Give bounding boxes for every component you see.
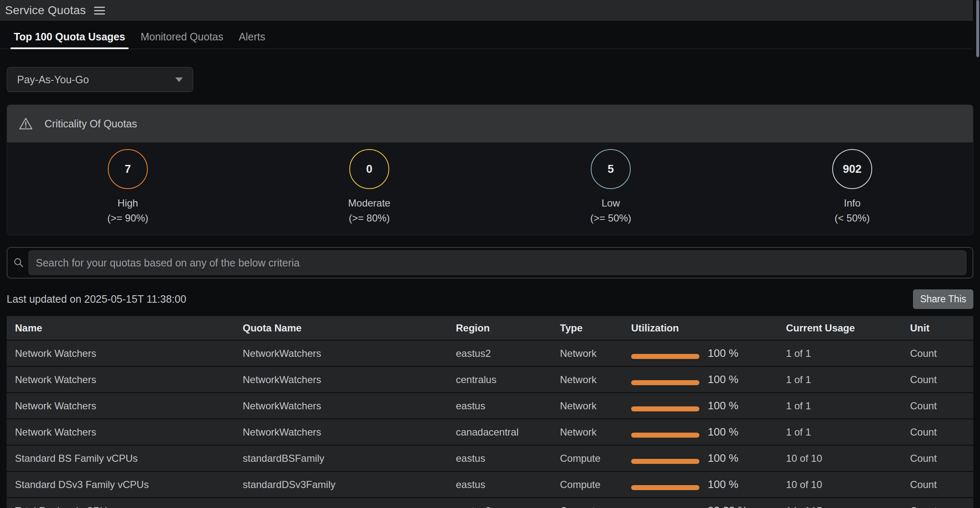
column-header-unit: Unit (910, 322, 973, 334)
cell-name: Network Watchers (15, 348, 243, 359)
cell-utilization: 93.33 % (631, 504, 786, 508)
criticality-label: Info (844, 196, 861, 211)
table-row[interactable]: Standard BS Family vCPUs standardBSFamil… (7, 446, 973, 471)
cell-unit: Count (910, 348, 973, 359)
criticality-item-moderate: 0 Moderate (>= 80%) (249, 149, 490, 235)
tab-monitored-quotas[interactable]: Monitored Quotas (141, 31, 224, 49)
share-this-button[interactable]: Share This (913, 289, 973, 309)
utilization-bar (631, 406, 699, 411)
utilization-bar-fill (631, 406, 699, 411)
search-icon (13, 257, 24, 268)
utilization-bar-fill (631, 459, 699, 464)
criticality-count-circle: 902 (832, 149, 872, 189)
cell-name: Network Watchers (15, 426, 243, 438)
criticality-item-low: 5 Low (>= 50%) (490, 149, 731, 235)
tab-bar: Top 100 Quota Usages Monitored Quotas Al… (0, 21, 973, 49)
cell-type: Compute (560, 505, 631, 508)
subscription-dropdown[interactable]: Pay-As-You-Go (7, 67, 193, 92)
page-title: Service Quotas (5, 4, 86, 17)
column-header-type: Type (560, 322, 631, 334)
column-header-name: Name (15, 322, 243, 334)
subscription-dropdown-value: Pay-As-You-Go (17, 74, 89, 86)
quota-search-input[interactable] (28, 250, 967, 275)
cell-current-usage: 14 of 15 (786, 505, 910, 508)
column-header-region: Region (456, 322, 560, 334)
criticality-threshold: (>= 90%) (107, 211, 149, 226)
cell-quota-name: NetworkWatchers (243, 374, 456, 386)
cell-utilization: 100 % (631, 452, 786, 465)
criticality-panel: Criticality Of Quotas 7 High (>= 90%) 0 … (7, 105, 973, 235)
vertical-scrollbar-thumb[interactable] (976, 0, 979, 57)
cell-region: canadacentral (456, 426, 560, 438)
table-row[interactable]: Network Watchers NetworkWatchers eastus2… (7, 341, 973, 366)
criticality-label: Moderate (348, 196, 390, 211)
cell-region: eastus (456, 479, 560, 491)
criticality-threshold: (< 50%) (835, 211, 870, 226)
cell-name: Standard BS Family vCPUs (15, 453, 243, 464)
cell-utilization: 100 % (631, 373, 786, 386)
column-header-utilization: Utilization (631, 322, 786, 334)
cell-unit: Count (910, 426, 973, 438)
cell-type: Network (560, 426, 631, 438)
criticality-panel-body: 7 High (>= 90%) 0 Moderate (>= 80%) 5 Lo… (7, 142, 973, 235)
table-row[interactable]: Network Watchers NetworkWatchers canadac… (7, 419, 973, 445)
table-row[interactable]: Total Regional vCPUs cores eastus2 Compu… (7, 498, 973, 508)
cell-quota-name: NetworkWatchers (243, 348, 456, 359)
utilization-bar-fill (631, 354, 699, 359)
utilization-value: 100 % (708, 373, 739, 386)
criticality-item-info: 902 Info (< 50%) (731, 149, 973, 235)
cell-region: eastus (456, 400, 560, 412)
table-header-row: Name Quota Name Region Type Utilization … (7, 316, 973, 340)
cell-utilization: 100 % (631, 399, 786, 412)
utilization-bar-fill (631, 380, 699, 385)
utilization-value: 100 % (708, 347, 739, 360)
cell-utilization: 100 % (631, 426, 786, 438)
cell-utilization: 100 % (631, 347, 786, 360)
utilization-value: 100 % (708, 399, 739, 412)
cell-quota-name: NetworkWatchers (243, 426, 456, 438)
cell-name: Standard DSv3 Family vCPUs (15, 479, 243, 491)
cell-region: eastus2 (456, 505, 560, 508)
column-header-current-usage: Current Usage (786, 322, 910, 334)
table-row[interactable]: Network Watchers NetworkWatchers central… (7, 367, 973, 392)
cell-name: Network Watchers (15, 400, 243, 412)
utilization-value: 100 % (708, 478, 739, 491)
criticality-count-circle: 7 (108, 149, 148, 189)
cell-current-usage: 1 of 1 (786, 400, 910, 412)
chevron-down-icon (175, 77, 183, 82)
cell-quota-name: NetworkWatchers (243, 400, 456, 412)
quota-search-container (7, 247, 973, 279)
criticality-label: High (117, 196, 138, 211)
criticality-panel-header: Criticality Of Quotas (7, 105, 973, 142)
cell-type: Compute (560, 479, 631, 491)
tab-alerts[interactable]: Alerts (239, 31, 265, 49)
cell-quota-name: cores (243, 505, 456, 508)
utilization-value: 93.33 % (708, 504, 747, 508)
tab-top-100-quota-usages[interactable]: Top 100 Quota Usages (14, 31, 125, 49)
criticality-threshold: (>= 50%) (590, 211, 632, 226)
criticality-label: Low (602, 196, 620, 211)
utilization-bar (631, 459, 699, 464)
utilization-bar (631, 433, 699, 438)
cell-unit: Count (910, 505, 973, 508)
utilization-bar (631, 354, 699, 359)
cell-type: Network (560, 348, 631, 359)
cell-region: eastus2 (456, 348, 560, 359)
table-row[interactable]: Network Watchers NetworkWatchers eastus … (7, 393, 973, 418)
menu-icon[interactable] (93, 5, 106, 16)
cell-name: Total Regional vCPUs (15, 505, 243, 508)
cell-unit: Count (910, 453, 973, 464)
utilization-bar (631, 380, 699, 385)
table-row[interactable]: Standard DSv3 Family vCPUs standardDSv3F… (7, 472, 973, 497)
last-updated-text: Last updated on 2025-05-15T 11:38:00 (7, 293, 186, 305)
cell-name: Network Watchers (15, 374, 243, 386)
utilization-value: 100 % (708, 452, 739, 465)
status-bar: Last updated on 2025-05-15T 11:38:00 Sha… (7, 289, 973, 309)
warning-icon (19, 117, 33, 130)
criticality-threshold: (>= 80%) (349, 211, 390, 226)
cell-current-usage: 10 of 10 (786, 479, 910, 491)
column-header-quota-name: Quota Name (243, 322, 456, 334)
cell-type: Network (560, 400, 631, 412)
cell-utilization: 100 % (631, 478, 786, 491)
cell-current-usage: 1 of 1 (786, 426, 910, 438)
